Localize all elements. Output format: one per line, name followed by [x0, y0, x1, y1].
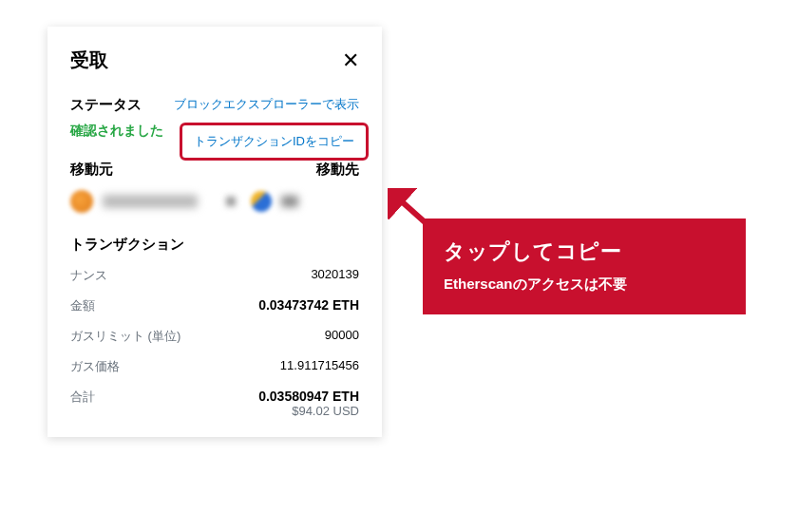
view-on-explorer-link[interactable]: ブロックエクスプローラーで表示 [174, 96, 359, 113]
to-address-blurred [281, 196, 298, 207]
total-row: 合計 0.03580947 ETH $94.02 USD [70, 389, 359, 418]
card-header: 受取 ✕ [70, 48, 359, 73]
gasprice-value: 11.911715456 [280, 358, 359, 372]
nonce-row: ナンス 3020139 [70, 267, 359, 284]
total-value: 0.03580947 ETH [258, 389, 359, 404]
status-links: ブロックエクスプローラーで表示 トランザクションIDをコピー [174, 96, 359, 161]
amount-label: 金額 [70, 297, 95, 314]
gaslimit-row: ガスリミット (単位) 90000 [70, 328, 359, 345]
callout-subtitle: Etherscanのアクセスは不要 [444, 276, 725, 294]
total-sub: $94.02 USD [258, 404, 359, 418]
total-label: 合計 [70, 389, 95, 406]
gaslimit-label: ガスリミット (単位) [70, 328, 180, 345]
status-label: ステータス [70, 96, 142, 114]
from-address-blurred [103, 195, 198, 208]
amount-row: 金額 0.03473742 ETH [70, 297, 359, 314]
amount-value: 0.03473742 ETH [258, 297, 359, 313]
transaction-detail-card: 受取 ✕ ステータス ブロックエクスプローラーで表示 トランザクションIDをコピ… [48, 27, 382, 437]
account-row-blurred [70, 188, 359, 215]
to-label: 移動先 [316, 161, 359, 179]
from-to-row: 移動元 移動先 [70, 161, 359, 179]
annotation-callout: タップしてコピー Etherscanのアクセスは不要 [423, 218, 746, 314]
close-icon[interactable]: ✕ [342, 50, 359, 71]
copy-txid-link[interactable]: トランザクションIDをコピー [180, 123, 369, 161]
from-avatar-blurred [70, 190, 93, 213]
card-title: 受取 [70, 48, 108, 73]
nonce-label: ナンス [70, 267, 107, 284]
to-avatar-blurred [251, 191, 272, 212]
nonce-value: 3020139 [311, 267, 359, 281]
total-value-wrap: 0.03580947 ETH $94.02 USD [258, 389, 359, 418]
arrow-icon-blurred [226, 197, 236, 206]
gasprice-label: ガス価格 [70, 358, 120, 375]
gaslimit-value: 90000 [325, 328, 359, 342]
from-label: 移動元 [70, 161, 113, 179]
callout-title: タップしてコピー [444, 238, 725, 266]
gasprice-row: ガス価格 11.911715456 [70, 358, 359, 375]
transaction-section-title: トランザクション [70, 236, 359, 254]
